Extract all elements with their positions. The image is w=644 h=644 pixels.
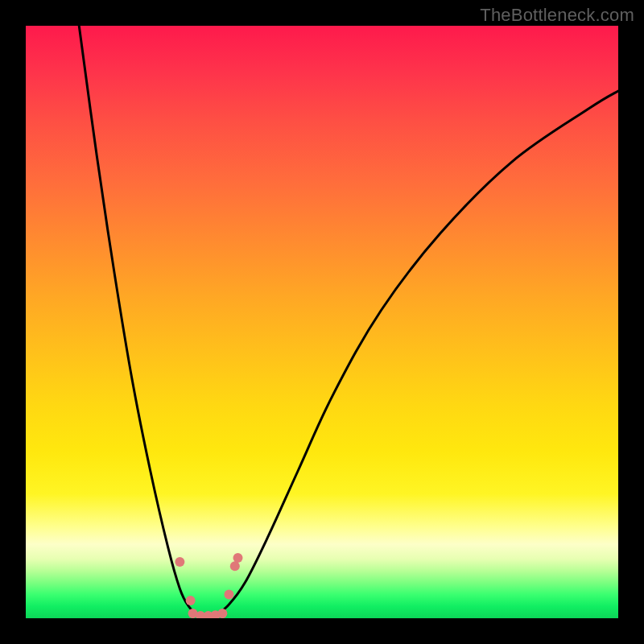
marker-0 (175, 557, 184, 567)
bottleneck-curve (79, 26, 618, 618)
chart-frame: TheBottleneck.com (0, 0, 644, 644)
marker-9 (233, 553, 242, 563)
watermark-text: TheBottleneck.com (480, 5, 634, 26)
marker-1 (186, 596, 196, 605)
marker-7 (224, 590, 233, 600)
marker-8 (230, 561, 240, 571)
plot-area (26, 26, 618, 618)
curve-left-branch (79, 26, 206, 618)
chart-svg (26, 26, 618, 618)
marker-6 (217, 609, 227, 618)
curve-right-branch (206, 91, 618, 618)
data-markers (175, 553, 242, 618)
